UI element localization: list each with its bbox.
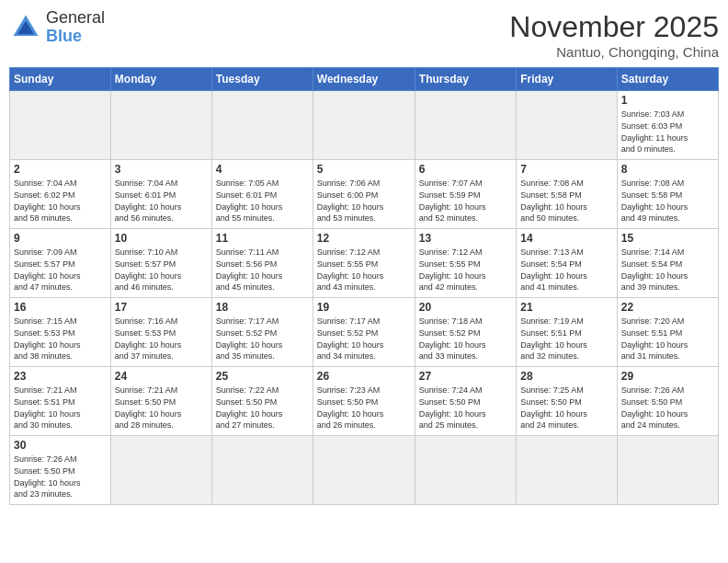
day-number: 26 — [317, 370, 411, 383]
logo-icon — [9, 11, 42, 44]
day-info: Sunrise: 7:12 AM Sunset: 5:55 PM Dayligh… — [419, 247, 512, 293]
calendar-cell: 21Sunrise: 7:19 AM Sunset: 5:51 PM Dayli… — [517, 298, 617, 367]
week-row-2: 2Sunrise: 7:04 AM Sunset: 6:02 PM Daylig… — [10, 160, 719, 229]
day-number: 30 — [14, 439, 107, 452]
calendar-cell: 6Sunrise: 7:07 AM Sunset: 5:59 PM Daylig… — [415, 160, 516, 229]
day-number: 12 — [317, 232, 411, 245]
day-info: Sunrise: 7:21 AM Sunset: 5:51 PM Dayligh… — [14, 385, 107, 431]
day-number: 7 — [520, 163, 612, 176]
day-info: Sunrise: 7:11 AM Sunset: 5:56 PM Dayligh… — [216, 247, 309, 293]
calendar-cell — [211, 91, 313, 160]
calendar-cell: 3Sunrise: 7:04 AM Sunset: 6:01 PM Daylig… — [110, 160, 211, 229]
day-info: Sunrise: 7:08 AM Sunset: 5:58 PM Dayligh… — [520, 178, 612, 224]
calendar-cell: 20Sunrise: 7:18 AM Sunset: 5:52 PM Dayli… — [415, 298, 516, 367]
day-number: 29 — [621, 370, 714, 383]
month-title: November 2025 — [509, 9, 719, 44]
day-info: Sunrise: 7:15 AM Sunset: 5:53 PM Dayligh… — [14, 316, 107, 362]
calendar-cell: 23Sunrise: 7:21 AM Sunset: 5:51 PM Dayli… — [10, 367, 111, 436]
calendar-cell: 19Sunrise: 7:17 AM Sunset: 5:52 PM Dayli… — [313, 298, 415, 367]
calendar-cell: 4Sunrise: 7:05 AM Sunset: 6:01 PM Daylig… — [211, 160, 313, 229]
day-number: 25 — [216, 370, 309, 383]
calendar-cell: 8Sunrise: 7:08 AM Sunset: 5:58 PM Daylig… — [617, 160, 718, 229]
calendar-cell — [517, 91, 617, 160]
day-info: Sunrise: 7:22 AM Sunset: 5:50 PM Dayligh… — [216, 385, 309, 431]
day-header-thursday: Thursday — [415, 68, 516, 91]
day-info: Sunrise: 7:25 AM Sunset: 5:50 PM Dayligh… — [520, 385, 612, 431]
week-row-4: 16Sunrise: 7:15 AM Sunset: 5:53 PM Dayli… — [10, 298, 719, 367]
logo-text: GeneralBlue — [46, 9, 105, 46]
day-info: Sunrise: 7:07 AM Sunset: 5:59 PM Dayligh… — [419, 178, 512, 224]
calendar-cell — [211, 436, 313, 505]
day-info: Sunrise: 7:17 AM Sunset: 5:52 PM Dayligh… — [216, 316, 309, 362]
day-info: Sunrise: 7:26 AM Sunset: 5:50 PM Dayligh… — [621, 385, 714, 431]
day-info: Sunrise: 7:13 AM Sunset: 5:54 PM Dayligh… — [520, 247, 612, 293]
day-info: Sunrise: 7:09 AM Sunset: 5:57 PM Dayligh… — [14, 247, 107, 293]
day-number: 3 — [115, 163, 208, 176]
calendar-cell: 5Sunrise: 7:06 AM Sunset: 6:00 PM Daylig… — [313, 160, 415, 229]
day-info: Sunrise: 7:18 AM Sunset: 5:52 PM Dayligh… — [419, 316, 512, 362]
calendar-cell: 15Sunrise: 7:14 AM Sunset: 5:54 PM Dayli… — [617, 229, 718, 298]
calendar-cell — [415, 91, 516, 160]
day-number: 23 — [14, 370, 107, 383]
day-info: Sunrise: 7:04 AM Sunset: 6:02 PM Dayligh… — [14, 178, 107, 224]
day-number: 21 — [520, 301, 612, 314]
day-number: 15 — [621, 232, 714, 245]
calendar-table: SundayMondayTuesdayWednesdayThursdayFrid… — [9, 67, 719, 505]
week-row-6: 30Sunrise: 7:26 AM Sunset: 5:50 PM Dayli… — [10, 436, 719, 505]
day-number: 19 — [317, 301, 411, 314]
calendar-cell: 16Sunrise: 7:15 AM Sunset: 5:53 PM Dayli… — [10, 298, 111, 367]
title-block: November 2025 Nantuo, Chongqing, China — [509, 9, 719, 60]
calendar-cell — [617, 436, 718, 505]
day-info: Sunrise: 7:23 AM Sunset: 5:50 PM Dayligh… — [317, 385, 411, 431]
week-row-5: 23Sunrise: 7:21 AM Sunset: 5:51 PM Dayli… — [10, 367, 719, 436]
calendar-cell: 30Sunrise: 7:26 AM Sunset: 5:50 PM Dayli… — [10, 436, 111, 505]
day-info: Sunrise: 7:21 AM Sunset: 5:50 PM Dayligh… — [115, 385, 208, 431]
logo-blue: Blue — [46, 27, 82, 45]
day-info: Sunrise: 7:06 AM Sunset: 6:00 PM Dayligh… — [317, 178, 411, 224]
day-number: 18 — [216, 301, 309, 314]
day-number: 13 — [419, 232, 512, 245]
location: Nantuo, Chongqing, China — [509, 44, 719, 60]
day-number: 9 — [14, 232, 107, 245]
day-header-monday: Monday — [110, 68, 211, 91]
calendar-cell: 18Sunrise: 7:17 AM Sunset: 5:52 PM Dayli… — [211, 298, 313, 367]
week-row-3: 9Sunrise: 7:09 AM Sunset: 5:57 PM Daylig… — [10, 229, 719, 298]
day-header-saturday: Saturday — [617, 68, 718, 91]
day-number: 8 — [621, 163, 714, 176]
calendar-cell: 22Sunrise: 7:20 AM Sunset: 5:51 PM Dayli… — [617, 298, 718, 367]
day-info: Sunrise: 7:12 AM Sunset: 5:55 PM Dayligh… — [317, 247, 411, 293]
day-number: 11 — [216, 232, 309, 245]
day-info: Sunrise: 7:17 AM Sunset: 5:52 PM Dayligh… — [317, 316, 411, 362]
day-number: 24 — [115, 370, 208, 383]
day-number: 28 — [520, 370, 612, 383]
week-row-1: 1Sunrise: 7:03 AM Sunset: 6:03 PM Daylig… — [10, 91, 719, 160]
calendar-cell: 29Sunrise: 7:26 AM Sunset: 5:50 PM Dayli… — [617, 367, 718, 436]
day-info: Sunrise: 7:20 AM Sunset: 5:51 PM Dayligh… — [621, 316, 714, 362]
calendar-cell — [110, 436, 211, 505]
calendar-cell: 12Sunrise: 7:12 AM Sunset: 5:55 PM Dayli… — [313, 229, 415, 298]
calendar-container: GeneralBlue November 2025 Nantuo, Chongq… — [0, 0, 728, 510]
day-info: Sunrise: 7:16 AM Sunset: 5:53 PM Dayligh… — [115, 316, 208, 362]
calendar-cell — [313, 91, 415, 160]
day-header-friday: Friday — [517, 68, 617, 91]
calendar-cell: 25Sunrise: 7:22 AM Sunset: 5:50 PM Dayli… — [211, 367, 313, 436]
calendar-cell — [10, 91, 111, 160]
calendar-cell: 2Sunrise: 7:04 AM Sunset: 6:02 PM Daylig… — [10, 160, 111, 229]
calendar-cell: 17Sunrise: 7:16 AM Sunset: 5:53 PM Dayli… — [110, 298, 211, 367]
day-info: Sunrise: 7:14 AM Sunset: 5:54 PM Dayligh… — [621, 247, 714, 293]
day-info: Sunrise: 7:19 AM Sunset: 5:51 PM Dayligh… — [520, 316, 612, 362]
day-number: 2 — [14, 163, 107, 176]
calendar-cell: 7Sunrise: 7:08 AM Sunset: 5:58 PM Daylig… — [517, 160, 617, 229]
calendar-header-row: SundayMondayTuesdayWednesdayThursdayFrid… — [10, 68, 719, 91]
day-info: Sunrise: 7:24 AM Sunset: 5:50 PM Dayligh… — [419, 385, 512, 431]
calendar-cell — [517, 436, 617, 505]
day-header-sunday: Sunday — [10, 68, 111, 91]
day-number: 14 — [520, 232, 612, 245]
day-header-tuesday: Tuesday — [211, 68, 313, 91]
day-info: Sunrise: 7:26 AM Sunset: 5:50 PM Dayligh… — [14, 454, 107, 500]
calendar-cell: 10Sunrise: 7:10 AM Sunset: 5:57 PM Dayli… — [110, 229, 211, 298]
day-number: 17 — [115, 301, 208, 314]
day-number: 16 — [14, 301, 107, 314]
day-info: Sunrise: 7:10 AM Sunset: 5:57 PM Dayligh… — [115, 247, 208, 293]
day-info: Sunrise: 7:08 AM Sunset: 5:58 PM Dayligh… — [621, 178, 714, 224]
